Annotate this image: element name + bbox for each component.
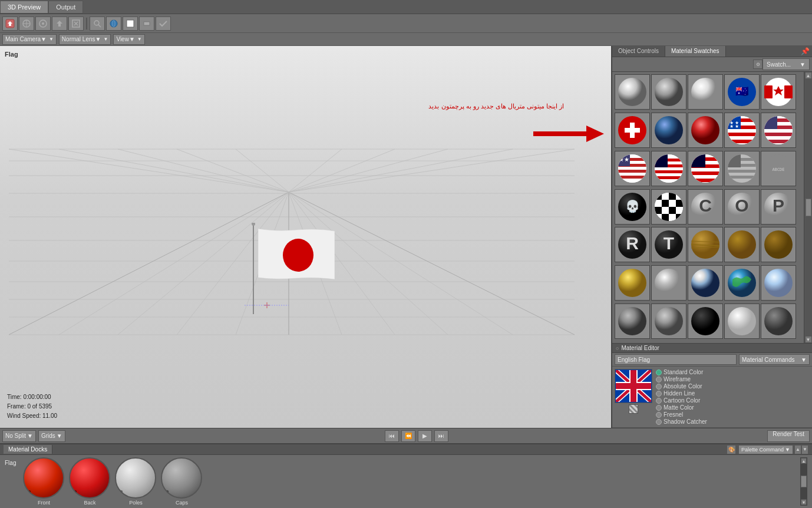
dock-item-poles[interactable]: 3 Poles [115, 457, 156, 506]
toolbar-btn-check[interactable] [156, 17, 171, 31]
toolbar-btn-4[interactable] [52, 17, 67, 31]
swatch-checker[interactable] [651, 189, 686, 225]
swatch-usa4[interactable] [651, 151, 686, 186]
radio-shadow-icon[interactable] [656, 419, 662, 425]
swatch-black[interactable] [688, 304, 723, 339]
swatch-wood1[interactable] [688, 227, 723, 262]
toolbar-btn-small[interactable] [139, 17, 154, 31]
swatch-red-sphere[interactable] [688, 113, 723, 148]
swatch-dark3[interactable] [761, 304, 796, 339]
mat-preview-main[interactable] [615, 369, 652, 403]
swatches-dropdown[interactable]: Swatch... ▼ [763, 58, 810, 70]
swatch-australia[interactable]: 🇦🇺 [724, 74, 760, 110]
material-name-input[interactable] [615, 354, 737, 365]
bottom-panel-scrollbar[interactable]: ▲ ▼ [800, 457, 807, 506]
tab-material-docks[interactable]: Material Docks [4, 445, 52, 454]
lens-select[interactable]: Normal Lens ▼ [59, 34, 111, 45]
swatch-1[interactable] [615, 74, 650, 110]
swatch-usa2[interactable] [761, 113, 796, 148]
radio-cartoon-color[interactable]: Cartoon Color [656, 397, 811, 404]
bottom-scroll-up[interactable]: ▲ [794, 445, 801, 454]
palette-icon[interactable]: 🎨 [727, 445, 736, 454]
swatches-icon[interactable]: ⚙ [753, 60, 763, 69]
scroll-thumb[interactable] [806, 199, 811, 216]
tab-3d-preview[interactable]: 3D Preview [0, 1, 48, 14]
toolbar-btn-sphere[interactable] [106, 17, 121, 31]
radio-wireframe-icon[interactable] [656, 377, 662, 382]
camera-select[interactable]: Main Camera ▼ [2, 34, 57, 45]
swatch-3[interactable] [688, 74, 723, 110]
panel-pin-icon[interactable]: 📌 [798, 46, 812, 57]
swatch-swiss[interactable] [615, 113, 650, 148]
swatch-usa6[interactable] [724, 151, 760, 186]
dock-item-back[interactable]: 2 Back [69, 457, 110, 506]
render-test-button[interactable]: Render Test [767, 430, 810, 442]
material-grid-scrollbar[interactable]: ▲ ▼ [804, 72, 812, 343]
tab-material-swatches[interactable]: Material Swatches [665, 46, 726, 57]
swatch-letter-t[interactable]: T [651, 227, 686, 262]
toolbar-btn-1[interactable] [2, 17, 18, 31]
radio-absolute-color[interactable]: Absolute Color [656, 383, 811, 390]
swatch-blue-sphere[interactable] [651, 113, 686, 148]
swatch-letter-r[interactable]: R [615, 227, 650, 262]
commands-dropdown[interactable]: Material Commands ▼ [739, 354, 810, 365]
dock-item-caps[interactable]: 4 Caps [161, 457, 202, 506]
swatch-usa5[interactable] [688, 151, 723, 186]
radio-cartoon-icon[interactable] [656, 398, 662, 404]
bottom-scroll-up2[interactable]: ▲ [801, 458, 807, 464]
playback-prev-btn[interactable]: ⏪ [401, 430, 415, 442]
toolbar-btn-2[interactable] [19, 17, 34, 31]
bottom-scroll-thumb[interactable] [801, 476, 807, 487]
swatch-text[interactable]: ABCDE [761, 151, 796, 186]
tab-object-controls[interactable]: Object Controls [612, 46, 665, 57]
radio-standard-color[interactable]: Standard Color [656, 369, 811, 375]
swatch-gold[interactable] [615, 265, 650, 301]
tab-output[interactable]: Output [48, 1, 83, 14]
swatch-letter-p[interactable]: P [761, 189, 796, 225]
grids-dropdown[interactable]: Grids ▼ [38, 430, 65, 442]
radio-standard-icon[interactable] [656, 370, 662, 375]
playback-start-btn[interactable]: ⏮ [385, 430, 399, 442]
swatch-canada[interactable] [761, 74, 796, 110]
radio-hidden-icon[interactable] [656, 391, 662, 397]
swatch-wood3[interactable] [761, 227, 796, 262]
swatch-dark1[interactable] [615, 304, 650, 339]
playback-end-btn[interactable]: ⏭ [434, 430, 448, 442]
scroll-down-arrow[interactable]: ▼ [805, 336, 812, 343]
toolbar-btn-magnify[interactable] [90, 17, 105, 31]
palette-command-dropdown[interactable]: Palette Command ▼ [738, 445, 793, 454]
mat-preview-small[interactable] [629, 404, 638, 414]
swatch-wood2[interactable] [724, 227, 760, 262]
scroll-up-arrow[interactable]: ▲ [805, 72, 812, 79]
bottom-scroll-down[interactable]: ▼ [801, 445, 808, 454]
swatch-usa3[interactable]: ★★ [615, 151, 650, 186]
radio-fresnel[interactable]: Fresnel [656, 411, 811, 418]
swatch-silver2[interactable] [651, 265, 686, 301]
toolbar-btn-white-box[interactable] [123, 17, 138, 31]
swatch-letter-o[interactable]: O [724, 189, 760, 225]
swatch-ice[interactable] [761, 265, 796, 301]
swatch-chrome[interactable] [688, 265, 723, 301]
toolbar-btn-3[interactable] [35, 17, 51, 31]
radio-shadow-catcher[interactable]: Shadow Catcher [656, 418, 811, 425]
view-select[interactable]: View ▼ [113, 34, 144, 45]
dock-item-front[interactable]: 1 Front [23, 457, 64, 506]
radio-wireframe[interactable]: Wireframe [656, 376, 811, 382]
radio-matte-icon[interactable] [656, 405, 662, 411]
swatch-white[interactable] [724, 304, 760, 339]
swatch-dark2[interactable] [651, 304, 686, 339]
radio-fresnel-icon[interactable] [656, 412, 662, 418]
radio-absolute-icon[interactable] [656, 384, 662, 390]
swatch-usa1[interactable]: ★ ★★ ★ [724, 113, 760, 148]
radio-hidden-line[interactable]: Hidden Line [656, 390, 811, 397]
bottom-scroll-down2[interactable]: ▼ [801, 499, 807, 505]
swatch-skull[interactable]: 💀 [615, 189, 650, 225]
swatch-letter-c[interactable]: C [688, 189, 723, 225]
split-dropdown[interactable]: No Split ▼ [2, 430, 36, 442]
swatch-earth[interactable] [724, 265, 760, 301]
radio-matte-color[interactable]: Matte Color [656, 404, 811, 411]
viewport-3d[interactable]: Flag از اینجا میتونی متریال های جدید رو … [0, 46, 612, 428]
toolbar-btn-5[interactable] [68, 17, 84, 31]
swatch-2[interactable] [651, 74, 686, 110]
playback-play-btn[interactable]: ▶ [418, 430, 432, 442]
